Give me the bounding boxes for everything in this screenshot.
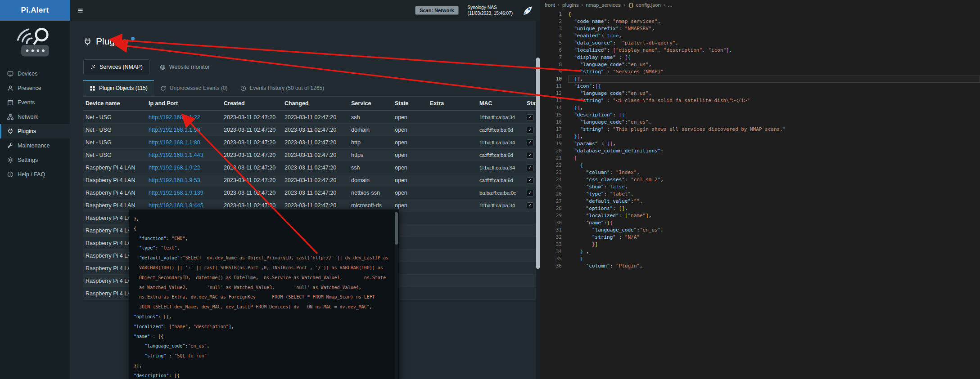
- editor-line-14[interactable]: 14 }],: [540, 104, 980, 111]
- editor-line-10[interactable]: 10 }],: [540, 76, 980, 83]
- editor-line-28[interactable]: 28 "options": [],: [540, 205, 980, 212]
- breadcrumb-item-nmap-services[interactable]: nmap_services: [586, 2, 620, 8]
- editor-line-20[interactable]: 20 "database_column_definitions":: [540, 147, 980, 155]
- ip-port-link[interactable]: http://192.168.1.9:53: [149, 177, 200, 183]
- editor-line-36[interactable]: 36 "column": "Plugin",: [540, 263, 980, 270]
- editor-line-30[interactable]: 30 "name":[{: [540, 219, 980, 227]
- row-checkbox[interactable]: ✓: [527, 190, 533, 196]
- overlay-scrollbar-thumb[interactable]: [395, 212, 398, 245]
- subtab-label: Plugin Objects (115): [99, 85, 148, 91]
- hamburger-menu-button[interactable]: [70, 0, 90, 21]
- editor-line-9[interactable]: 9 "string" : "Services (NMAP)": [540, 68, 980, 76]
- cell-mac: [477, 275, 524, 287]
- breadcrumb-item-config-json[interactable]: {}config.json: [628, 2, 661, 8]
- row-checkbox[interactable]: ✓: [527, 202, 533, 209]
- breadcrumb-item-[interactable]: ...: [668, 2, 673, 8]
- line-code: "string" : "<i class=\"fa-solid fa-satel…: [568, 97, 980, 104]
- sidebar-item-devices[interactable]: Devices: [0, 67, 70, 81]
- editor-line-12[interactable]: 12 "language_code":"en_us",: [540, 90, 980, 97]
- cell-created: 2023-03-11 02:47:20: [221, 111, 282, 124]
- overlay-scrollbar[interactable]: [395, 212, 398, 379]
- editor-line-25[interactable]: 25 "show": false,: [540, 183, 980, 191]
- line-number: 11: [540, 83, 568, 90]
- breadcrumb-item-plugins[interactable]: plugins: [562, 2, 578, 8]
- editor-line-29[interactable]: 29 "localized": ["name"],: [540, 212, 980, 219]
- row-checkbox[interactable]: ✓: [527, 139, 533, 146]
- column-header-device-name[interactable]: Device name: [83, 97, 146, 111]
- editor-line-19[interactable]: 19 "params" : [],: [540, 140, 980, 147]
- tab-website-monitor[interactable]: Website monitor: [153, 59, 217, 75]
- line-code: }],: [568, 133, 980, 140]
- row-checkbox[interactable]: ✓: [527, 165, 533, 171]
- column-header-ip-and-port[interactable]: Ip and Port: [146, 97, 221, 111]
- column-header-stat[interactable]: Stat: [524, 97, 536, 111]
- editor-line-21[interactable]: 21 [: [540, 155, 980, 162]
- breadcrumb-item-front[interactable]: front: [545, 2, 555, 8]
- ip-port-link[interactable]: http://192.168.1.1:80: [149, 139, 200, 146]
- row-checkbox[interactable]: ✓: [527, 114, 533, 121]
- row-checkbox[interactable]: ✓: [527, 127, 533, 134]
- editor-line-15[interactable]: 15 "description": [{: [540, 111, 980, 119]
- sidebar-item-presence[interactable]: Presence: [0, 81, 70, 95]
- column-header-created[interactable]: Created: [221, 97, 282, 111]
- editor-line-11[interactable]: 11 "icon":[{: [540, 83, 980, 90]
- editor-line-5[interactable]: 5 "data_source": "pialert-db-query",: [540, 40, 980, 47]
- window-scrollbar-thumb[interactable]: [536, 58, 540, 269]
- subtab-plugin-objects-115[interactable]: Plugin Objects (115): [83, 80, 154, 96]
- editor-line-31[interactable]: 31 "language_code":"en_us",: [540, 227, 980, 234]
- history-icon: [240, 85, 246, 91]
- editor-line-18[interactable]: 18 }],: [540, 133, 980, 140]
- ip-port-link[interactable]: http://192.168.1.1:443: [149, 152, 203, 158]
- column-header-changed[interactable]: Changed: [282, 97, 349, 111]
- column-header-mac[interactable]: MAC: [477, 97, 524, 111]
- row-checkbox[interactable]: ✓: [527, 152, 533, 159]
- editor-line-16[interactable]: 16 "language_code":"en_us",: [540, 119, 980, 126]
- sidebar-item-maintenance[interactable]: Maintenance: [0, 138, 70, 153]
- line-code: "show": false,: [568, 183, 980, 191]
- cell-ip-and-port: http://192.168.1.1:22: [146, 111, 221, 124]
- editor-line-6[interactable]: 6 "localized": ["display_name", "descrip…: [540, 47, 980, 54]
- editor-line-7[interactable]: 7 "display_name" : [{: [540, 54, 980, 61]
- help-tooltip-dot[interactable]: [131, 37, 135, 40]
- editor-line-1[interactable]: 1{: [540, 11, 980, 18]
- editor-line-33[interactable]: 33 }]: [540, 241, 980, 248]
- editor-line-8[interactable]: 8 "language_code":"en_us",: [540, 61, 980, 68]
- editor-line-2[interactable]: 2 "code_name": "nmap_services",: [540, 18, 980, 25]
- editor-line-34[interactable]: 34 } ,: [540, 248, 980, 255]
- editor-line-22[interactable]: 22 {: [540, 162, 980, 169]
- overlay-code-line: "function": "CMD",: [134, 234, 393, 244]
- editor-line-27[interactable]: 27 "default_value":"",: [540, 198, 980, 205]
- editor-line-26[interactable]: 26 "type": "label",: [540, 191, 980, 198]
- sidebar-item-network[interactable]: Network: [0, 110, 70, 124]
- row-checkbox[interactable]: ✓: [527, 177, 533, 184]
- subtab-events-history-50-out-of-1265[interactable]: Events History (50 out of 1265): [234, 80, 330, 96]
- column-header-state[interactable]: State: [393, 97, 428, 111]
- ip-port-link[interactable]: http://192.168.1.1:53: [149, 127, 200, 133]
- ip-port-link[interactable]: http://192.168.1.9:139: [149, 190, 203, 196]
- ip-port-link[interactable]: http://192.168.1.9:445: [149, 202, 203, 209]
- subtab-unprocessed-events-0[interactable]: Unprocessed Events (0): [154, 80, 234, 96]
- sidebar-item-plugins[interactable]: Plugins: [0, 124, 70, 138]
- column-header-service[interactable]: Service: [349, 97, 393, 111]
- tab-services-nmap[interactable]: Services (NMAP): [83, 59, 149, 75]
- sidebar-item-events[interactable]: Events: [0, 95, 70, 110]
- sidebar-item-label: Maintenance: [18, 143, 50, 149]
- editor-line-13[interactable]: 13 "string" : "<i class=\"fa-solid fa-sa…: [540, 97, 980, 104]
- editor-line-24[interactable]: 24 "css_classes": "col-sm-2",: [540, 176, 980, 183]
- ip-port-link[interactable]: http://192.168.1.1:22: [149, 114, 200, 120]
- editor-line-3[interactable]: 3 "unique_prefix": "NMAPSRV",: [540, 25, 980, 32]
- window-scrollbar[interactable]: [536, 21, 540, 379]
- editor-line-4[interactable]: 4 "enabled": true,: [540, 32, 980, 40]
- line-code: } ,: [568, 248, 980, 255]
- editor-line-32[interactable]: 32 "string" : "N/A": [540, 234, 980, 241]
- editor-line-17[interactable]: 17 "string" : "This plugin shows all ser…: [540, 126, 980, 133]
- sidebar-item-help-faq[interactable]: ?Help / FAQ: [0, 167, 70, 182]
- app-logo[interactable]: Pi.Alert: [0, 0, 70, 21]
- ip-port-link[interactable]: http://192.168.1.9:22: [149, 165, 200, 171]
- table-row: Net - USGhttp://192.168.1.1:532023-03-11…: [83, 124, 536, 136]
- navbar-right-icon[interactable]: [522, 4, 534, 17]
- column-header-extra[interactable]: Extra: [428, 97, 477, 111]
- editor-line-35[interactable]: 35 {: [540, 255, 980, 263]
- editor-line-23[interactable]: 23 "column": "Index",: [540, 169, 980, 176]
- sidebar-item-settings[interactable]: Settings: [0, 153, 70, 167]
